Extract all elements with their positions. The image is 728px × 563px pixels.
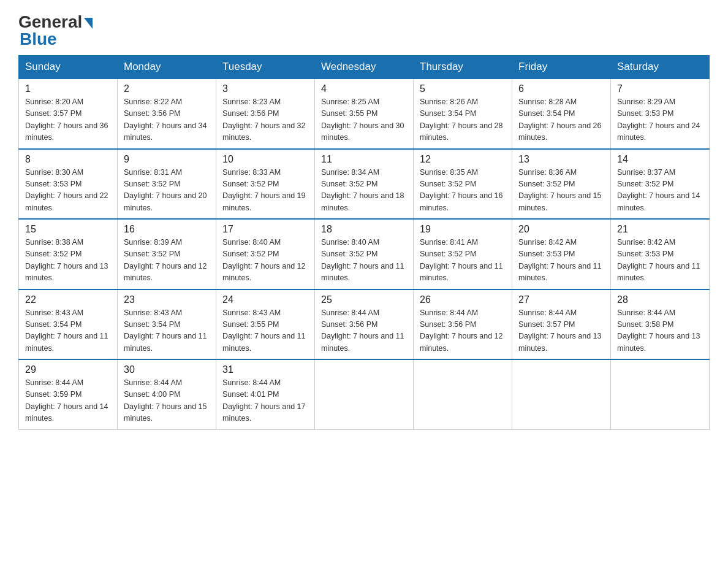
day-number: 4 (321, 83, 407, 94)
day-number: 17 (222, 224, 308, 235)
day-info: Sunrise: 8:37 AMSunset: 3:52 PMDaylight:… (617, 168, 700, 212)
day-info: Sunrise: 8:26 AMSunset: 3:54 PMDaylight:… (420, 98, 503, 142)
day-info: Sunrise: 8:44 AMSunset: 3:59 PMDaylight:… (25, 378, 108, 423)
calendar-cell: 3 Sunrise: 8:23 AMSunset: 3:56 PMDayligh… (216, 79, 315, 149)
day-number: 5 (420, 83, 506, 94)
calendar-cell: 27 Sunrise: 8:44 AMSunset: 3:57 PMDaylig… (512, 289, 611, 360)
calendar-cell (414, 359, 512, 429)
day-info: Sunrise: 8:43 AMSunset: 3:54 PMDaylight:… (124, 308, 207, 353)
calendar-cell: 24 Sunrise: 8:43 AMSunset: 3:55 PMDaylig… (216, 289, 315, 360)
day-number: 27 (518, 294, 604, 305)
day-number: 13 (518, 154, 604, 165)
calendar-cell: 11 Sunrise: 8:34 AMSunset: 3:52 PMDaylig… (315, 149, 414, 220)
calendar-cell: 14 Sunrise: 8:37 AMSunset: 3:52 PMDaylig… (611, 149, 710, 220)
calendar-cell: 6 Sunrise: 8:28 AMSunset: 3:54 PMDayligh… (512, 79, 611, 149)
day-info: Sunrise: 8:29 AMSunset: 3:53 PMDaylight:… (617, 98, 700, 142)
day-number: 2 (124, 83, 210, 94)
day-info: Sunrise: 8:42 AMSunset: 3:53 PMDaylight:… (617, 238, 700, 282)
calendar-week-3: 15 Sunrise: 8:38 AMSunset: 3:52 PMDaylig… (19, 219, 710, 289)
day-number: 16 (124, 224, 210, 235)
day-info: Sunrise: 8:31 AMSunset: 3:52 PMDaylight:… (124, 168, 207, 212)
calendar-cell: 30 Sunrise: 8:44 AMSunset: 4:00 PMDaylig… (118, 359, 216, 429)
calendar-header-thursday: Thursday (414, 56, 512, 79)
day-info: Sunrise: 8:36 AMSunset: 3:52 PMDaylight:… (518, 168, 602, 212)
calendar-cell (611, 359, 710, 429)
calendar-cell: 17 Sunrise: 8:40 AMSunset: 3:52 PMDaylig… (216, 219, 315, 289)
calendar-cell: 21 Sunrise: 8:42 AMSunset: 3:53 PMDaylig… (611, 219, 710, 289)
calendar-cell: 29 Sunrise: 8:44 AMSunset: 3:59 PMDaylig… (19, 359, 118, 429)
day-number: 19 (420, 224, 506, 235)
day-info: Sunrise: 8:34 AMSunset: 3:52 PMDaylight:… (321, 168, 404, 212)
day-info: Sunrise: 8:20 AMSunset: 3:57 PMDaylight:… (25, 98, 108, 142)
day-number: 10 (222, 154, 308, 165)
calendar-header-tuesday: Tuesday (216, 56, 315, 79)
logo-arrow-icon (84, 18, 93, 29)
day-info: Sunrise: 8:39 AMSunset: 3:52 PMDaylight:… (124, 238, 207, 282)
day-number: 30 (124, 364, 210, 375)
day-number: 12 (420, 154, 506, 165)
day-number: 24 (222, 294, 308, 305)
calendar-cell: 22 Sunrise: 8:43 AMSunset: 3:54 PMDaylig… (19, 289, 118, 360)
day-info: Sunrise: 8:25 AMSunset: 3:55 PMDaylight:… (321, 98, 404, 142)
day-number: 26 (420, 294, 506, 305)
day-info: Sunrise: 8:40 AMSunset: 3:52 PMDaylight:… (321, 238, 404, 282)
calendar-cell: 4 Sunrise: 8:25 AMSunset: 3:55 PMDayligh… (315, 79, 414, 149)
day-number: 1 (25, 83, 111, 94)
calendar-cell: 1 Sunrise: 8:20 AMSunset: 3:57 PMDayligh… (19, 79, 118, 149)
calendar-header-monday: Monday (118, 56, 216, 79)
calendar-cell: 10 Sunrise: 8:33 AMSunset: 3:52 PMDaylig… (216, 149, 315, 220)
calendar-cell: 23 Sunrise: 8:43 AMSunset: 3:54 PMDaylig… (118, 289, 216, 360)
calendar-header-saturday: Saturday (611, 56, 710, 79)
day-number: 14 (617, 154, 703, 165)
calendar-cell: 8 Sunrise: 8:30 AMSunset: 3:53 PMDayligh… (19, 149, 118, 220)
day-info: Sunrise: 8:44 AMSunset: 3:56 PMDaylight:… (420, 308, 503, 353)
calendar-cell: 25 Sunrise: 8:44 AMSunset: 3:56 PMDaylig… (315, 289, 414, 360)
day-number: 11 (321, 154, 407, 165)
calendar-cell (512, 359, 611, 429)
calendar-cell: 19 Sunrise: 8:41 AMSunset: 3:52 PMDaylig… (414, 219, 512, 289)
day-number: 7 (617, 83, 703, 94)
day-info: Sunrise: 8:44 AMSunset: 3:58 PMDaylight:… (617, 308, 700, 353)
calendar-table: SundayMondayTuesdayWednesdayThursdayFrid… (18, 55, 710, 430)
day-number: 21 (617, 224, 703, 235)
day-number: 3 (222, 83, 308, 94)
day-info: Sunrise: 8:41 AMSunset: 3:52 PMDaylight:… (420, 238, 503, 282)
day-info: Sunrise: 8:44 AMSunset: 3:56 PMDaylight:… (321, 308, 404, 353)
calendar-week-1: 1 Sunrise: 8:20 AMSunset: 3:57 PMDayligh… (19, 79, 710, 149)
calendar-header-friday: Friday (512, 56, 611, 79)
calendar-cell: 15 Sunrise: 8:38 AMSunset: 3:52 PMDaylig… (19, 219, 118, 289)
day-number: 6 (518, 83, 604, 94)
day-number: 31 (222, 364, 308, 375)
day-info: Sunrise: 8:42 AMSunset: 3:53 PMDaylight:… (518, 238, 602, 282)
calendar-cell: 20 Sunrise: 8:42 AMSunset: 3:53 PMDaylig… (512, 219, 611, 289)
calendar-cell: 26 Sunrise: 8:44 AMSunset: 3:56 PMDaylig… (414, 289, 512, 360)
calendar-cell: 2 Sunrise: 8:22 AMSunset: 3:56 PMDayligh… (118, 79, 216, 149)
day-info: Sunrise: 8:44 AMSunset: 4:00 PMDaylight:… (124, 378, 207, 423)
day-number: 25 (321, 294, 407, 305)
day-info: Sunrise: 8:44 AMSunset: 3:57 PMDaylight:… (518, 308, 602, 353)
day-number: 18 (321, 224, 407, 235)
calendar-cell: 5 Sunrise: 8:26 AMSunset: 3:54 PMDayligh… (414, 79, 512, 149)
day-info: Sunrise: 8:40 AMSunset: 3:52 PMDaylight:… (222, 238, 306, 282)
calendar-cell: 18 Sunrise: 8:40 AMSunset: 3:52 PMDaylig… (315, 219, 414, 289)
calendar-cell: 28 Sunrise: 8:44 AMSunset: 3:58 PMDaylig… (611, 289, 710, 360)
day-info: Sunrise: 8:23 AMSunset: 3:56 PMDaylight:… (222, 98, 306, 142)
calendar-cell: 31 Sunrise: 8:44 AMSunset: 4:01 PMDaylig… (216, 359, 315, 429)
day-info: Sunrise: 8:43 AMSunset: 3:55 PMDaylight:… (222, 308, 306, 353)
calendar-week-2: 8 Sunrise: 8:30 AMSunset: 3:53 PMDayligh… (19, 149, 710, 220)
calendar-header-row: SundayMondayTuesdayWednesdayThursdayFrid… (19, 56, 710, 79)
day-number: 23 (124, 294, 210, 305)
calendar-header-wednesday: Wednesday (315, 56, 414, 79)
logo: General Blue (18, 12, 93, 49)
day-number: 28 (617, 294, 703, 305)
day-info: Sunrise: 8:30 AMSunset: 3:53 PMDaylight:… (25, 168, 108, 212)
calendar-cell (315, 359, 414, 429)
day-info: Sunrise: 8:22 AMSunset: 3:56 PMDaylight:… (124, 98, 207, 142)
calendar-cell: 13 Sunrise: 8:36 AMSunset: 3:52 PMDaylig… (512, 149, 611, 220)
day-info: Sunrise: 8:38 AMSunset: 3:52 PMDaylight:… (25, 238, 108, 282)
day-number: 22 (25, 294, 111, 305)
day-number: 20 (518, 224, 604, 235)
day-number: 9 (124, 154, 210, 165)
day-info: Sunrise: 8:28 AMSunset: 3:54 PMDaylight:… (518, 98, 602, 142)
calendar-cell: 7 Sunrise: 8:29 AMSunset: 3:53 PMDayligh… (611, 79, 710, 149)
